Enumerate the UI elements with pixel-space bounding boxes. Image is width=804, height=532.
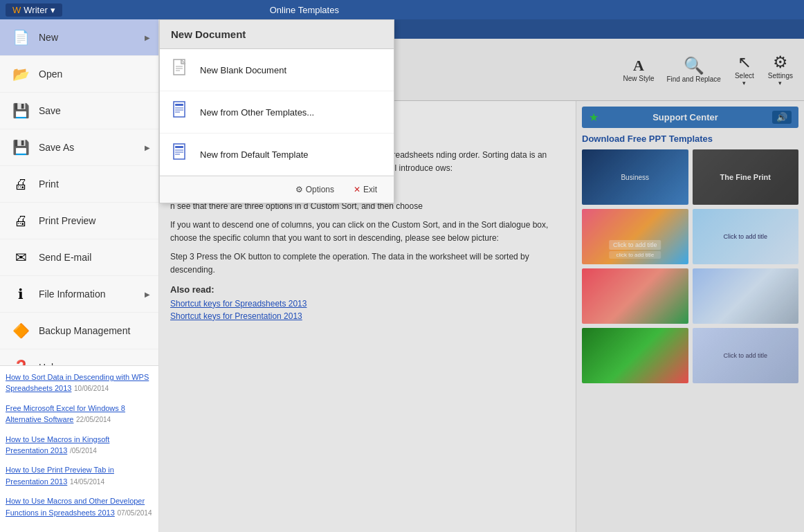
save-as-label: Save As	[39, 142, 74, 153]
backup-label: Backup Management	[39, 325, 130, 336]
news-panel: How to Sort Data in Descending with WPS …	[0, 365, 158, 532]
save-as-icon: 💾	[11, 138, 30, 157]
sidebar-item-save[interactable]: 💾 Save	[0, 93, 158, 129]
sidebar-item-new[interactable]: 📄 New ▶	[0, 19, 158, 56]
new-from-other-templates-item[interactable]: New from Other Templates...	[160, 91, 394, 134]
blank-doc-label: New Blank Document	[200, 65, 286, 75]
save-label: Save	[39, 105, 61, 116]
open-icon: 📂	[11, 64, 30, 84]
list-item[interactable]: How to Use Macros and Other Developer Fu…	[6, 495, 153, 518]
blank-doc-icon	[171, 59, 190, 81]
file-info-icon: ℹ	[11, 284, 30, 304]
open-label: Open	[39, 68, 62, 80]
svg-rect-11	[175, 146, 183, 148]
sidebar-item-save-as[interactable]: 💾 Save As ▶	[0, 129, 158, 166]
writer-app-button[interactable]: W Writer ▾	[6, 3, 62, 17]
other-templates-label: New from Other Templates...	[200, 107, 314, 118]
list-item[interactable]: Free Microsoft Excel for Windows 8 Alter…	[6, 403, 153, 425]
online-templates-label: Online Templates	[270, 5, 339, 15]
other-templates-icon	[171, 101, 190, 123]
svg-rect-6	[175, 104, 183, 106]
save-icon: 💾	[11, 101, 30, 120]
print-preview-label: Print Preview	[39, 215, 95, 226]
news-date: 14/05/2014	[70, 478, 104, 486]
news-date: 07/05/2014	[117, 509, 152, 517]
sidebar-item-backup[interactable]: 🔶 Backup Management	[0, 313, 158, 349]
sidebar-item-open[interactable]: 📂 Open	[0, 56, 158, 93]
sidebar-item-file-info[interactable]: ℹ File Information ▶	[0, 276, 158, 313]
new-blank-document-item[interactable]: New Blank Document	[160, 49, 394, 91]
new-from-default-template-item[interactable]: New from Default Template	[160, 134, 394, 176]
new-icon: 📄	[11, 28, 30, 47]
sidebar-item-print[interactable]: 🖨 Print	[0, 166, 158, 203]
print-icon: 🖨	[11, 174, 30, 194]
options-label: Options	[306, 185, 334, 194]
file-info-label: File Information	[39, 288, 105, 300]
exit-icon: ✕	[354, 185, 360, 194]
writer-icon: W	[12, 5, 21, 15]
writer-label: Writer	[24, 5, 47, 15]
sidebar-item-print-preview[interactable]: 🖨 Print Preview	[0, 203, 158, 239]
news-date: 22/05/2014	[76, 416, 111, 423]
dropdown-footer: ⚙ Options ✕ Exit	[160, 176, 394, 203]
list-item[interactable]: How to Sort Data in Descending with WPS …	[6, 372, 153, 394]
new-arrow: ▶	[145, 34, 150, 42]
news-date: /05/2014	[70, 447, 97, 455]
send-email-icon: ✉	[11, 248, 30, 267]
new-document-dropdown: New Document New Blank Document	[159, 19, 394, 203]
sidebar-item-send-email[interactable]: ✉ Send E-mail	[0, 239, 158, 276]
new-document-title: New Document	[160, 20, 394, 49]
news-date: 10/06/2014	[74, 385, 109, 392]
exit-button[interactable]: ✕ Exit	[348, 182, 383, 197]
list-item[interactable]: How to Use Print Preview Tab in Presenta…	[6, 464, 153, 487]
backup-icon: 🔶	[11, 321, 30, 340]
options-icon: ⚙	[295, 185, 303, 194]
new-label: New	[39, 32, 58, 43]
send-email-label: Send E-mail	[39, 252, 91, 263]
file-info-arrow: ▶	[145, 291, 150, 298]
exit-label: Exit	[363, 185, 377, 194]
save-as-arrow: ▶	[145, 144, 150, 152]
default-template-icon	[171, 143, 190, 165]
default-template-label: New from Default Template	[200, 149, 309, 160]
writer-dropdown-arrow: ▾	[51, 5, 55, 15]
list-item[interactable]: How to Use Macros in Kingsoft Presentati…	[6, 434, 153, 457]
print-preview-icon: 🖨	[11, 211, 30, 230]
options-button[interactable]: ⚙ Options	[290, 182, 340, 197]
title-bar: W Writer ▾ Online Templates	[0, 0, 804, 19]
left-sidebar: 📄 New ▶ 📂 Open 💾 Save 💾 Save As ▶ 🖨 Prin…	[0, 19, 159, 532]
print-label: Print	[39, 178, 59, 190]
